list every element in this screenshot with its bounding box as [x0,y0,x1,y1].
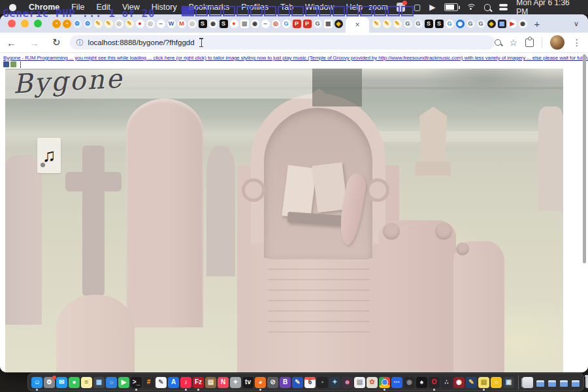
status-app-icon[interactable] [397,3,405,12]
minimized-window[interactable] [548,380,556,387]
new-tab-button[interactable]: + [531,17,544,30]
dock-system-settings[interactable]: ⚙ [44,377,55,388]
pinned-tab[interactable]: ✎ [382,17,392,30]
dock-lightbulb-app[interactable]: ○ [491,377,502,388]
menu-clock[interactable]: Mon Apr 6 1:36 PM [516,0,580,16]
dock-bbedit[interactable]: B [280,377,291,388]
pinned-tab[interactable]: ⚙ [72,17,82,30]
pinned-tab[interactable]: ▦ [323,17,333,30]
facebook-share-icon[interactable] [3,61,9,67]
dock-filezilla[interactable]: Fz [193,377,204,388]
control-center-icon[interactable] [499,4,508,11]
pinned-tab[interactable]: ◆ [486,17,497,30]
pinned-tab[interactable]: ◎ [187,17,197,30]
menu-item-chrome[interactable]: Chrome [23,3,65,12]
dock-spade-app[interactable]: ♠ [416,377,427,388]
pinned-tab[interactable]: ✎ [371,17,382,30]
menu-item-edit[interactable]: Edit [90,3,116,12]
pinned-tab[interactable]: S [423,17,434,30]
wifi-icon[interactable] [466,4,476,11]
apple-logo-icon[interactable] [9,4,16,11]
dock-notes[interactable]: ≡ [81,377,92,388]
dock-dark-app[interactable]: ▪ [317,377,328,388]
dock-books[interactable]: ▤ [205,377,216,388]
dock-screens-app[interactable]: ▣ [503,377,514,388]
pinned-tab[interactable]: ◉ [250,17,260,30]
dock-opera[interactable]: O [429,377,440,388]
close-window-button[interactable] [8,20,16,27]
pinned-tab[interactable]: G [413,17,423,30]
page-top-link[interactable]: Bygone - RJM Programming ... you might s… [3,55,588,61]
pinned-tab[interactable]: ◆ [333,17,344,30]
dock-fingerprint-app[interactable]: ◉ [404,377,415,388]
pinned-tab[interactable]: ◎ [270,17,281,30]
menu-item-tab[interactable]: Tab [274,3,299,12]
menu-item-bookmarks[interactable]: Bookmarks [183,3,236,12]
dock-calendar[interactable]: 6 [304,377,316,388]
graveyard-photo[interactable]: Bygone ♫ [5,69,563,372]
menu-item-profiles[interactable]: Profiles [235,3,274,12]
pinned-tab[interactable]: ✎ [392,17,402,30]
pinned-tab[interactable]: G [444,17,455,30]
tab-close-icon[interactable]: × [355,20,359,29]
play-status-icon[interactable]: ▶ [429,3,435,12]
zoom-menu-item[interactable]: zoom [368,3,387,12]
zoom-window-button[interactable] [34,20,42,27]
tab-search-chevron-icon[interactable]: ∨ [574,20,588,28]
trash-icon[interactable] [585,376,588,388]
pinned-tab[interactable]: ✎ [124,17,135,30]
browser-menu-icon[interactable]: ⋮ [572,37,581,48]
dock-chrome[interactable] [379,377,390,388]
spotlight-icon[interactable] [484,4,491,11]
battery-icon[interactable] [444,3,458,11]
pinned-tab[interactable]: ◔ [51,17,61,30]
image-share-icon[interactable] [10,61,16,67]
pinned-tab[interactable]: G [476,17,486,30]
dock-firefox[interactable]: ◕ [255,377,266,388]
dock-paws-app[interactable]: ∴ [441,377,452,388]
profile-avatar[interactable] [550,35,564,50]
dock-apple-tv[interactable]: tv [242,377,253,388]
pinned-tab[interactable]: ‒ [155,17,166,30]
dock-facetime[interactable]: ▶ [118,377,129,388]
window-manager-icon[interactable]: ▢ [414,3,421,12]
dock-keychain[interactable]: ✦ [230,377,241,388]
dock-remote-desktop[interactable]: ⋯ [391,377,402,388]
minimized-window[interactable] [560,380,568,387]
pinned-tab[interactable]: ✎ [103,17,114,30]
pinned-tab[interactable]: G [281,17,291,30]
pinned-tab[interactable]: ◎ [114,17,124,30]
downloads-stack-icon[interactable] [523,377,533,388]
dock-blocked-app[interactable]: ⊘ [267,377,278,388]
pinned-tab[interactable]: ‒ [260,17,270,30]
menu-item-window[interactable]: Window [299,3,340,12]
minimized-window[interactable] [536,380,544,387]
dock-photo-booth[interactable]: ☻ [342,377,353,388]
reload-button[interactable]: ↻ [46,37,67,48]
dock-safari-dark[interactable]: ✦ [329,377,340,388]
active-tab[interactable]: × [346,17,369,33]
pinned-tab[interactable]: ✎ [93,17,103,30]
dock-textedit[interactable]: ✎ [155,377,167,388]
back-button[interactable]: ← [0,37,23,48]
zoom-search-icon[interactable] [495,39,501,46]
dock-music[interactable]: ♪ [180,377,191,388]
dock-launchpad[interactable]: ▦ [93,377,105,388]
menu-item-view[interactable]: View [116,3,146,12]
menu-item-help[interactable]: Help [340,3,369,12]
forward-button[interactable]: → [23,37,46,48]
pinned-tab[interactable]: ▶ [507,17,517,30]
dock-editor-dark[interactable]: ✎ [466,377,477,388]
dock-calculator[interactable]: # [143,377,154,388]
dock-finder[interactable]: ☺ [31,377,42,388]
pinned-tab[interactable]: ● [135,17,145,30]
dock-pages[interactable]: ✎ [292,377,303,388]
pinned-tab[interactable]: P [302,17,312,30]
pinned-tab[interactable]: P [291,17,302,30]
dock-messages[interactable]: ● [69,377,80,388]
bookmark-star-icon[interactable]: ☆ [509,37,517,48]
pinned-tab[interactable]: G [465,17,476,30]
pinned-tab[interactable]: ◔ [61,17,72,30]
dock-documents-app[interactable]: ▤ [354,377,365,388]
site-info-icon[interactable]: ⓘ [76,38,84,48]
